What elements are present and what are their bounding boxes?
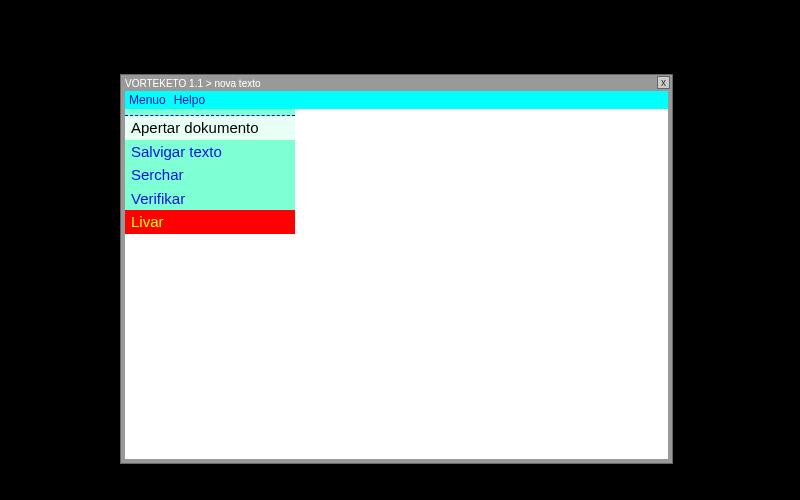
dropdown-separator [125,109,295,116]
menu-item-livar[interactable]: Livar [125,210,295,234]
titlebar: VORTEKETO 1.1 > nova texto x [121,75,672,91]
menu-item-serchar[interactable]: Serchar [125,163,295,187]
menu-menuo[interactable]: Menuo [129,93,166,107]
close-icon: x [661,78,666,88]
close-button[interactable]: x [657,76,670,89]
content-area: Menuo Helpo Apertar dokumento Salvigar t… [125,91,668,459]
window-title: VORTEKETO 1.1 > nova texto [123,78,261,89]
menu-item-apertar[interactable]: Apertar dokumento [125,116,295,140]
dropdown-menu: Apertar dokumento Salvigar texto Serchar… [125,109,295,234]
menu-helpo[interactable]: Helpo [174,93,205,107]
menubar: Menuo Helpo [125,91,668,109]
window: VORTEKETO 1.1 > nova texto x Menuo Helpo… [120,74,673,464]
menu-item-salvigar[interactable]: Salvigar texto [125,140,295,164]
menu-item-verifikar[interactable]: Verifikar [125,187,295,211]
